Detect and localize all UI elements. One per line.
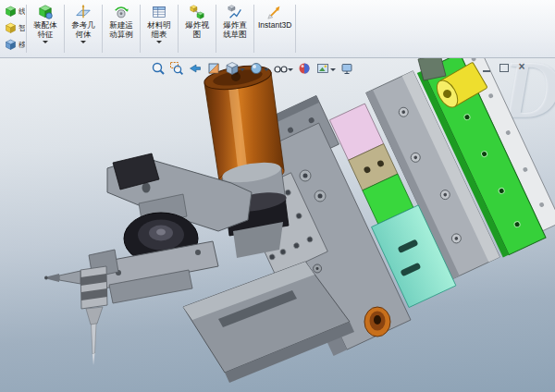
heads-up-view-toolbar [150, 60, 355, 77]
assembly-features-label: 装配体特征 [31, 21, 59, 39]
assembly-features-icon [37, 4, 54, 20]
section-view-icon[interactable] [205, 60, 222, 77]
instant3d-button[interactable]: Instant3D [255, 0, 294, 57]
close-button[interactable]: × [516, 62, 527, 72]
explode-line-sketch-button[interactable]: 爆炸直线草图 [217, 0, 253, 57]
toolbar-separator [295, 5, 296, 53]
solidworks-window: 线性零部件阵列 智能扣件 移动零部件 装配体特征 参考几何体 [0, 0, 555, 392]
flyout-caret-icon [156, 41, 162, 46]
graphics-area[interactable]: D [0, 57, 555, 392]
display-style-group [248, 60, 270, 77]
probe-pin[interactable] [44, 250, 118, 365]
component-pattern-icon [5, 6, 17, 18]
toolbar-button-label: 智能扣件 [18, 23, 25, 33]
exploded-view-button[interactable]: 爆炸视图 [179, 0, 215, 57]
view-settings-icon[interactable] [339, 60, 355, 77]
hide-show-items-icon[interactable] [272, 60, 289, 77]
dropdown-caret-icon[interactable] [288, 68, 293, 74]
apply-scene-group [314, 60, 337, 77]
view-orientation-group [224, 60, 246, 77]
hide-show-items-group [272, 60, 294, 77]
previous-view-icon[interactable] [187, 60, 204, 77]
toolbar-separator [178, 5, 179, 53]
toolbar-separator [102, 5, 103, 53]
reference-geometry-label: 参考几何体 [69, 21, 97, 39]
toolbar-separator [216, 5, 216, 53]
zoom-to-fit-icon[interactable] [150, 60, 166, 77]
flyout-caret-icon [80, 41, 86, 46]
bill-of-materials-label: 材料明细表 [145, 21, 173, 39]
toolbar-separator [26, 5, 27, 53]
explode-line-sketch-label: 爆炸直线草图 [221, 21, 249, 39]
instant3d-label: Instant3D [258, 21, 291, 31]
new-motion-study-label: 新建运动算例 [107, 21, 135, 39]
display-style-icon[interactable] [248, 60, 265, 77]
smart-fastener-icon [5, 22, 17, 34]
toolbar-button-partial[interactable]: 移动零部件 [0, 36, 25, 53]
motion-study-icon [113, 4, 130, 20]
minimize-button[interactable] [481, 62, 492, 72]
toolbar-separator [253, 5, 254, 53]
needle-tip[interactable] [92, 324, 97, 354]
edit-appearance-icon[interactable] [296, 60, 313, 77]
toolbar-separator [140, 5, 141, 53]
assembly-model[interactable] [0, 57, 555, 392]
copper-bushing[interactable] [364, 307, 390, 337]
restore-button[interactable] [499, 62, 510, 72]
new-motion-study-button[interactable]: 新建运动算例 [104, 0, 139, 57]
toolbar-button-partial[interactable]: 线性零部件阵列 [0, 3, 25, 19]
apply-scene-icon[interactable] [314, 60, 331, 77]
view-orientation-icon[interactable] [224, 60, 240, 77]
zoom-to-area-icon[interactable] [168, 60, 185, 77]
bill-of-materials-icon [151, 4, 167, 20]
reference-geometry-icon [75, 4, 92, 20]
dropdown-caret-icon[interactable] [264, 68, 269, 74]
instant3d-icon [266, 4, 283, 20]
command-manager-toolbar: 线性零部件阵列 智能扣件 移动零部件 装配体特征 参考几何体 [0, 0, 555, 58]
bill-of-materials-button[interactable]: 材料明细表 [142, 0, 177, 57]
dropdown-caret-icon[interactable] [240, 68, 245, 74]
document-window-controls: × [481, 62, 527, 72]
flyout-caret-icon [43, 41, 48, 46]
toolbar-clipped-buttons: 线性零部件阵列 智能扣件 移动零部件 [0, 0, 25, 57]
reference-geometry-button[interactable]: 参考几何体 [66, 0, 101, 57]
exploded-view-icon [189, 4, 205, 20]
toolbar-button-partial[interactable]: 智能扣件 [0, 19, 25, 36]
move-component-icon [5, 39, 17, 51]
assembly-features-button[interactable]: 装配体特征 [28, 0, 63, 57]
toolbar-button-label: 线性零部件阵列 [18, 6, 25, 17]
toolbar-button-label: 移动零部件 [18, 40, 25, 50]
side-nozzle[interactable] [59, 271, 80, 284]
toolbar-separator [64, 5, 65, 53]
dropdown-caret-icon[interactable] [330, 68, 336, 74]
exploded-view-label: 爆炸视图 [183, 21, 211, 39]
explode-line-sketch-icon [227, 4, 243, 20]
